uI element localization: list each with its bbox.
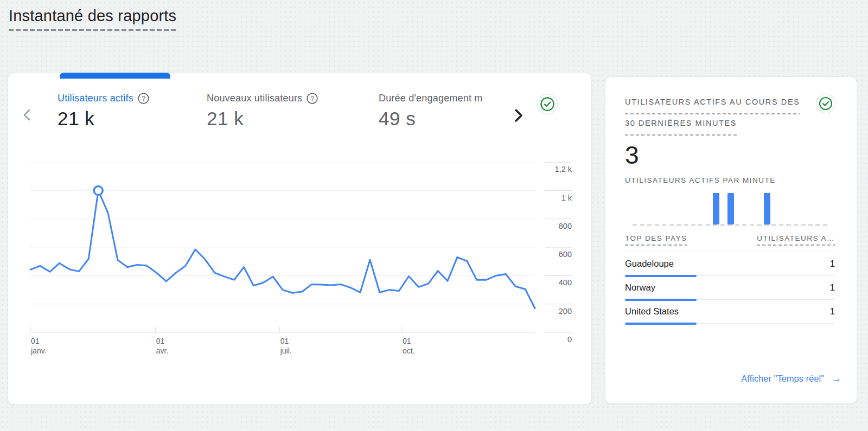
chevron-left-icon: [20, 107, 34, 123]
view-realtime-link-label: Afficher "Temps réel": [741, 374, 824, 384]
table-row: Norway 1: [625, 276, 835, 300]
svg-text:01: 01: [403, 337, 411, 345]
svg-text:800: 800: [559, 222, 572, 230]
table-row: Guadeloupe 1: [625, 252, 835, 276]
previous-metrics-button[interactable]: [20, 107, 34, 123]
svg-text:avr.: avr.: [156, 346, 169, 355]
metric-label: Nouveaux utilisateurs: [207, 93, 302, 104]
svg-text:0: 0: [567, 335, 572, 344]
metric-label: Durée d'engagement m: [379, 93, 483, 104]
metric-new-users[interactable]: Nouveaux utilisateurs ? 21 k: [207, 93, 379, 130]
users-per-minute-bar-chart: [633, 191, 829, 226]
per-minute-label: UTILISATEURS ACTIFS PAR MINUTE: [625, 176, 835, 184]
svg-text:01: 01: [31, 337, 40, 345]
chevron-right-icon: [512, 107, 525, 124]
country-name: Norway: [625, 282, 655, 293]
page-title: Instantané des rapports: [9, 7, 176, 31]
arrow-right-icon: →: [831, 373, 841, 384]
data-quality-check-icon[interactable]: [537, 93, 558, 115]
metrics-row: Utilisateurs actifs ? 21 k Nouveaux util…: [8, 73, 591, 130]
table-header: TOP DES PAYS UTILISATEURS A…: [625, 234, 835, 252]
svg-text:janv.: janv.: [30, 346, 47, 355]
active-card-tab-indicator: [60, 73, 170, 79]
minute-bar: [713, 193, 719, 224]
metric-value: 21 k: [207, 108, 379, 130]
page-title-text: Instantané des rapports: [9, 7, 176, 31]
svg-text:juil.: juil.: [280, 346, 292, 355]
country-name: Guadeloupe: [625, 259, 674, 269]
next-metrics-button[interactable]: [512, 107, 525, 124]
realtime-card: UTILISATEURS ACTIFS AU COURS DES 30 DERN…: [605, 76, 857, 404]
svg-text:?: ?: [310, 95, 314, 102]
realtime-title-line1: UTILISATEURS ACTIFS AU COURS DES: [625, 93, 800, 114]
help-icon[interactable]: ?: [307, 93, 318, 104]
table-row: United States 1: [625, 300, 835, 324]
svg-text:1,2 k: 1,2 k: [555, 165, 572, 173]
country-value: 1: [830, 282, 835, 293]
svg-text:1 k: 1 k: [561, 194, 572, 202]
svg-text:01: 01: [156, 337, 165, 345]
view-realtime-link[interactable]: Afficher "Temps réel" →: [741, 373, 841, 384]
column-header-country: TOP DES PAYS: [625, 234, 687, 246]
svg-text:400: 400: [559, 278, 572, 287]
svg-text:oct.: oct.: [403, 346, 415, 355]
svg-text:200: 200: [559, 307, 572, 316]
minute-bar: [727, 193, 734, 224]
svg-text:600: 600: [559, 250, 572, 259]
metric-value: 21 k: [58, 108, 207, 130]
metric-label: Utilisateurs actifs: [58, 93, 133, 104]
svg-text:?: ?: [142, 95, 145, 102]
country-value: 1: [830, 306, 835, 317]
overview-card: Utilisateurs actifs ? 21 k Nouveaux util…: [8, 73, 592, 405]
metric-engagement-time[interactable]: Durée d'engagement m 49 s: [379, 93, 528, 130]
realtime-title: UTILISATEURS ACTIFS AU COURS DES 30 DERN…: [625, 93, 804, 136]
column-header-users: UTILISATEURS A…: [757, 234, 835, 246]
minute-chart-baseline: [633, 224, 829, 226]
realtime-title-line2: 30 DERNIÈRES MINUTES: [625, 114, 737, 136]
minute-bar: [764, 193, 770, 224]
metric-active-users[interactable]: Utilisateurs actifs ? 21 k: [58, 93, 207, 130]
metric-value: 49 s: [379, 108, 528, 130]
country-value: 1: [830, 259, 835, 269]
svg-text:01: 01: [280, 337, 289, 345]
country-value-bar: [625, 323, 697, 325]
active-users-line-chart: 02004006008001 k1,2 k01janv.01avr.01juil…: [30, 153, 579, 357]
active-users-count: 3: [625, 140, 835, 170]
data-quality-check-icon[interactable]: [815, 93, 836, 114]
help-icon[interactable]: ?: [138, 93, 149, 104]
top-countries-table: TOP DES PAYS UTILISATEURS A… Guadeloupe …: [625, 234, 835, 324]
country-name: United States: [625, 306, 679, 317]
